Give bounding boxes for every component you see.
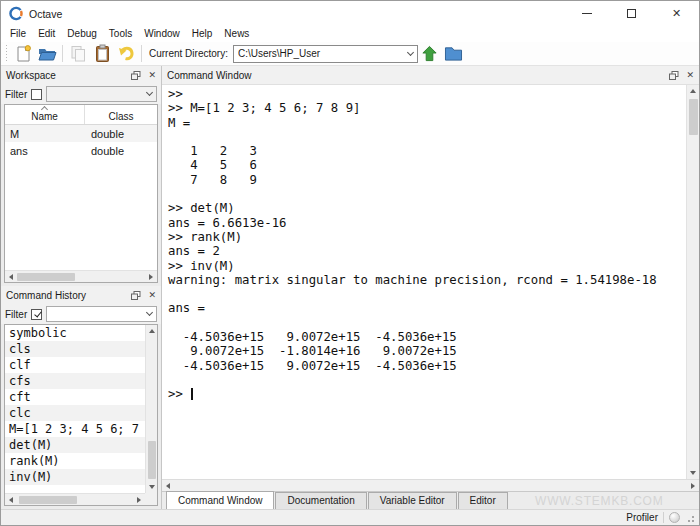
menu-file[interactable]: File xyxy=(4,26,32,42)
history-item[interactable]: cls xyxy=(5,341,145,357)
terminal-line xyxy=(168,316,686,330)
tab-documentation[interactable]: Documentation xyxy=(275,492,366,509)
scrollbar-thumb[interactable] xyxy=(148,441,156,479)
copy-button[interactable] xyxy=(66,43,90,65)
chevron-down-icon xyxy=(146,309,153,316)
history-filter-label: Filter xyxy=(5,309,27,320)
history-item[interactable]: inv(M) xyxy=(5,469,145,485)
paste-button[interactable] xyxy=(90,43,114,65)
new-script-button[interactable] xyxy=(11,43,35,65)
column-header-class[interactable]: Class xyxy=(85,105,157,124)
resize-grip[interactable] xyxy=(685,513,695,523)
terminal-line: ans = 6.6613e-16 xyxy=(168,216,686,230)
scroll-down-icon[interactable] xyxy=(146,481,158,493)
history-item[interactable]: cfs xyxy=(5,373,145,389)
up-arrow-icon xyxy=(421,45,438,62)
profiler-label: Profiler xyxy=(626,512,658,523)
tab-editor[interactable]: Editor xyxy=(458,492,508,509)
workspace-table: Name Class M double ans double xyxy=(4,104,158,283)
close-panel-icon[interactable]: ✕ xyxy=(148,291,156,300)
scrollbar-thumb[interactable] xyxy=(19,496,77,504)
terminal-line: 9.0072e+15 -1.8014e+16 9.0072e+15 xyxy=(168,344,686,358)
undock-icon[interactable] xyxy=(131,71,141,80)
workspace-filter-checkbox[interactable] xyxy=(31,89,42,100)
scroll-left-icon[interactable] xyxy=(5,271,17,283)
toolbar: Current Directory: C:\Users\HP_User xyxy=(1,42,699,66)
undo-button[interactable] xyxy=(114,43,138,65)
workspace-horizontal-scrollbar[interactable] xyxy=(5,270,157,282)
menu-news[interactable]: News xyxy=(218,26,255,42)
folder-icon xyxy=(444,45,463,62)
workspace-table-header: Name Class xyxy=(5,105,157,125)
terminal-prompt-line[interactable]: >> xyxy=(168,387,686,401)
undock-icon[interactable] xyxy=(669,71,679,80)
command-window-box: >> >> M=[1 2 3; 4 5 6; 7 8 9] M = 1 2 3 … xyxy=(162,84,699,479)
tab-variable-editor[interactable]: Variable Editor xyxy=(368,492,457,509)
scroll-down-icon[interactable] xyxy=(687,467,699,479)
history-vertical-scrollbar[interactable] xyxy=(145,325,157,493)
terminal-output[interactable]: >> >> M=[1 2 3; 4 5 6; 7 8 9] M = 1 2 3 … xyxy=(162,85,686,479)
history-item[interactable]: rank(M) xyxy=(5,453,145,469)
history-item[interactable]: det(M) xyxy=(5,437,145,453)
window-controls: ✕ xyxy=(564,1,699,26)
chevron-down-icon[interactable] xyxy=(407,48,414,55)
command-history-list: symbolic cls clf cfs cft clc M=[1 2 3; 4… xyxy=(4,324,158,506)
left-dock: Workspace ✕ Filter xyxy=(1,66,161,509)
scroll-right-icon[interactable] xyxy=(133,494,145,506)
scrollbar-thumb[interactable] xyxy=(17,273,75,281)
history-item[interactable]: cft xyxy=(5,389,145,405)
close-button[interactable]: ✕ xyxy=(654,1,699,26)
command-window-horizontal-scrollbar[interactable] xyxy=(162,479,699,491)
directory-up-button[interactable] xyxy=(418,43,442,65)
undock-icon[interactable] xyxy=(131,291,141,300)
terminal-line: ans = 2 xyxy=(168,244,686,258)
terminal-line: >> rank(M) xyxy=(168,230,686,244)
menu-debug[interactable]: Debug xyxy=(61,26,102,42)
terminal-line: warning: matrix singular to machine prec… xyxy=(168,273,686,287)
open-file-button[interactable] xyxy=(35,43,59,65)
close-panel-icon[interactable]: ✕ xyxy=(148,71,156,80)
maximize-button[interactable] xyxy=(609,1,654,26)
history-item[interactable]: clc xyxy=(5,405,145,421)
octave-window: Octave ✕ File Edit Debug Tools Window He… xyxy=(0,0,700,526)
statusbar: Profiler xyxy=(1,509,699,525)
workspace-filter-combobox[interactable] xyxy=(46,86,157,102)
tab-command-window[interactable]: Command Window xyxy=(166,491,274,509)
menu-tools[interactable]: Tools xyxy=(103,26,138,42)
titlebar: Octave ✕ xyxy=(1,1,699,26)
browse-directories-button[interactable] xyxy=(442,43,466,65)
terminal-line: 7 8 9 xyxy=(168,173,686,187)
scroll-right-icon[interactable] xyxy=(145,271,157,283)
status-separator xyxy=(663,512,664,523)
column-header-name[interactable]: Name xyxy=(5,105,85,124)
command-window-vertical-scrollbar[interactable] xyxy=(686,85,699,479)
terminal-line: 1 2 3 xyxy=(168,144,686,158)
history-filter-checkbox[interactable] xyxy=(31,309,42,320)
menu-window[interactable]: Window xyxy=(138,26,186,42)
scroll-left-icon[interactable] xyxy=(162,480,174,492)
scroll-left-icon[interactable] xyxy=(5,494,17,506)
history-horizontal-scrollbar[interactable] xyxy=(5,493,145,505)
menu-edit[interactable]: Edit xyxy=(32,26,61,42)
current-directory-combobox[interactable]: C:\Users\HP_User xyxy=(233,45,418,63)
profiler-status-icon[interactable] xyxy=(669,512,680,523)
scroll-up-icon[interactable] xyxy=(687,85,699,97)
toolbar-drag-handle[interactable] xyxy=(5,45,9,63)
scroll-up-icon[interactable] xyxy=(146,325,158,337)
menu-help[interactable]: Help xyxy=(186,26,219,42)
terminal-line: >> inv(M) xyxy=(168,259,686,273)
history-item[interactable]: symbolic xyxy=(5,325,145,341)
minimize-icon xyxy=(582,13,592,14)
scroll-right-icon[interactable] xyxy=(687,480,699,492)
minimize-button[interactable] xyxy=(564,1,609,26)
column-class-label: Class xyxy=(108,111,133,122)
history-item[interactable]: M=[1 2 3; 4 5 6; 7 8 9] xyxy=(5,421,145,437)
command-window-title: Command Window xyxy=(167,70,251,81)
table-row[interactable]: M double xyxy=(5,125,157,142)
history-filter-combobox[interactable] xyxy=(46,306,157,322)
scrollbar-thumb[interactable] xyxy=(689,99,698,135)
table-row[interactable]: ans double xyxy=(5,142,157,159)
terminal-line: -4.5036e+15 9.0072e+15 -4.5036e+15 xyxy=(168,359,686,373)
close-panel-icon[interactable]: ✕ xyxy=(686,71,694,80)
history-item[interactable]: clf xyxy=(5,357,145,373)
